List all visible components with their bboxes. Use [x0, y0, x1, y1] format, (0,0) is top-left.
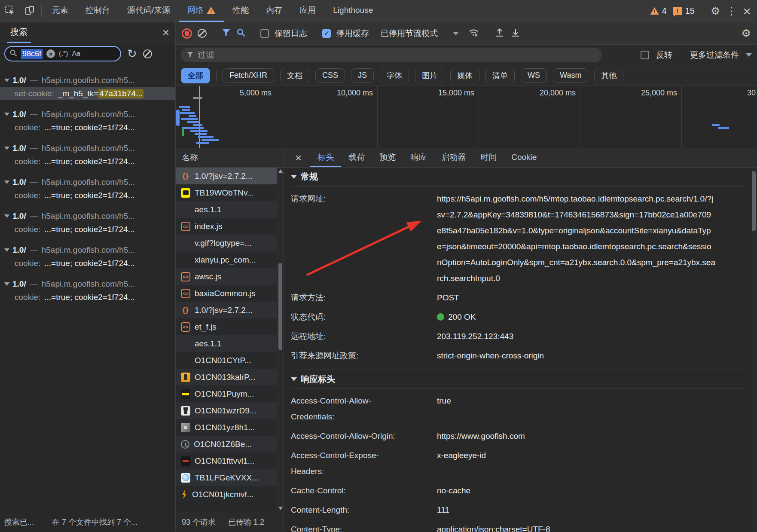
request-row[interactable]: O1CN01Z6Be...: [176, 436, 284, 453]
disable-cache-checkbox[interactable]: [322, 29, 331, 38]
devtools-tab[interactable]: 网络!: [179, 0, 224, 22]
kebab-menu-icon[interactable]: ⋮: [726, 6, 737, 16]
timeline-selection-handle[interactable]: [176, 110, 180, 126]
refresh-search-icon[interactable]: ↻: [127, 48, 137, 60]
request-row[interactable]: aes.1.1: [176, 201, 284, 218]
request-row[interactable]: TB1LFGeKVXX...: [176, 469, 284, 486]
search-match-row[interactable]: cookie:...=true; cookie2=1f724...: [0, 155, 175, 168]
more-filters-caret-icon[interactable]: [746, 53, 752, 57]
request-row[interactable]: O1CN01fttvvl1...: [176, 453, 284, 469]
invert-filter-checkbox[interactable]: [641, 51, 649, 59]
close-search-drawer-icon[interactable]: ×: [162, 27, 169, 39]
search-result-file-row[interactable]: 1.0/—h5api.m.goofish.com/h5...: [0, 277, 175, 290]
type-filter-chip[interactable]: 全部: [181, 68, 210, 83]
type-filter-chip[interactable]: 字体: [380, 68, 409, 83]
details-tab-载荷[interactable]: 载荷: [341, 148, 372, 167]
disable-cache-label[interactable]: 停用缓存: [336, 28, 369, 39]
search-result-file-row[interactable]: 1.0/—h5api.m.goofish.com/h5...: [0, 209, 175, 223]
network-conditions-icon[interactable]: [468, 27, 479, 40]
request-row[interactable]: O1CN01jkcmvf...: [176, 486, 284, 503]
request-row[interactable]: <>baxiaCommon.js: [176, 285, 284, 302]
network-filter-input[interactable]: 过滤: [181, 48, 602, 62]
request-row[interactable]: v.gif?logtype=...: [176, 235, 284, 251]
more-filters-button[interactable]: 更多过滤条件: [690, 49, 739, 61]
request-row[interactable]: aes.1.1: [176, 335, 284, 352]
network-settings-gear-icon[interactable]: ⚙: [742, 28, 751, 39]
details-tab-响应[interactable]: 响应: [403, 148, 434, 167]
record-network-log-button[interactable]: [182, 28, 192, 39]
search-result-file-row[interactable]: 1.0/—h5api.m.goofish.com/h5...: [0, 107, 175, 121]
response-headers-section-header[interactable]: 响应标头: [291, 370, 744, 388]
search-match-row[interactable]: cookie:...=true; cookie2=1f724...: [0, 189, 175, 202]
devtools-tab[interactable]: 应用: [291, 0, 324, 22]
request-row[interactable]: {}1.0/?jsv=2.7.2...: [176, 302, 284, 318]
filter-funnel-icon[interactable]: [222, 28, 231, 38]
close-details-icon[interactable]: ×: [284, 148, 310, 167]
type-filter-chip[interactable]: 文档: [280, 68, 309, 83]
request-row[interactable]: <>index.js: [176, 218, 284, 235]
request-row[interactable]: O1CN01CYtP...: [176, 352, 284, 369]
type-filter-chip[interactable]: WS: [521, 68, 547, 83]
search-match-row[interactable]: set-cookie:_m_h5_tk=47a31b74...: [0, 87, 175, 100]
devtools-tab[interactable]: 源代码/来源: [119, 0, 179, 22]
name-column-header[interactable]: 名称: [176, 148, 284, 168]
regex-toggle[interactable]: (.*): [59, 50, 68, 58]
import-har-icon[interactable]: [494, 28, 505, 40]
clear-network-log-icon[interactable]: [198, 29, 207, 38]
details-tab-预览[interactable]: 预览: [372, 148, 403, 167]
preserve-log-label[interactable]: 保留日志: [275, 28, 307, 39]
clear-search-icon[interactable]: ×: [46, 49, 55, 58]
search-match-row[interactable]: cookie:...=true; cookie2=1f724...: [0, 121, 175, 134]
scroll-down-icon[interactable]: [278, 507, 283, 510]
scrollbar-thumb[interactable]: [278, 263, 282, 350]
devtools-tab[interactable]: 控制台: [77, 0, 119, 22]
request-row[interactable]: <>awsc.js: [176, 268, 284, 285]
search-result-file-row[interactable]: 1.0/—h5api.m.goofish.com/h5...: [0, 141, 175, 155]
details-scrollbar[interactable]: [751, 168, 757, 532]
type-filter-chip[interactable]: CSS: [315, 68, 345, 83]
close-devtools-icon[interactable]: ×: [743, 4, 751, 18]
type-filter-chip[interactable]: Fetch/XHR: [223, 68, 274, 83]
device-toolbar-button[interactable]: [20, 0, 40, 22]
warnings-badge[interactable]: ! 4: [650, 6, 667, 16]
search-input[interactable]: 98c6f × (.*) Aa: [4, 46, 121, 61]
search-result-file-row[interactable]: 1.0/—h5api.m.goofish.com/h5...: [0, 73, 175, 87]
request-row[interactable]: TB19WObTNv...: [176, 184, 284, 201]
type-filter-chip[interactable]: 图片: [415, 68, 444, 83]
devtools-tab[interactable]: 内存: [257, 0, 291, 22]
type-filter-chip[interactable]: 清单: [485, 68, 515, 83]
request-row[interactable]: {}1.0/?jsv=2.7.2...: [176, 168, 284, 184]
request-row[interactable]: O1CN013kalrP...: [176, 369, 284, 385]
clear-search-results-icon[interactable]: [143, 49, 152, 58]
search-network-icon[interactable]: [236, 28, 245, 39]
request-row[interactable]: O1CN01Puym...: [176, 385, 284, 402]
request-row[interactable]: O1CN01wzrD9...: [176, 402, 284, 419]
details-tab-标头[interactable]: 标头: [310, 148, 341, 167]
type-filter-chip[interactable]: Wasm: [553, 68, 588, 83]
details-tab-时间[interactable]: 时间: [473, 148, 504, 167]
general-section-header[interactable]: 常规: [291, 168, 744, 187]
invert-filter-label[interactable]: 反转: [656, 49, 672, 61]
export-har-icon[interactable]: [510, 28, 521, 40]
search-match-row[interactable]: cookie:...=true; cookie2=1f724...: [0, 257, 175, 270]
settings-gear-icon[interactable]: ⚙: [711, 6, 720, 16]
devtools-tab[interactable]: 元素: [43, 0, 77, 22]
request-list-scrollbar[interactable]: [277, 168, 284, 512]
scroll-up-icon[interactable]: [278, 169, 283, 173]
request-row[interactable]: O1CN01yz8h1...: [176, 419, 284, 436]
scrollbar-thumb[interactable]: [752, 171, 756, 231]
network-overview-timeline[interactable]: 5,000 ms10,000 ms15,000 ms20,000 ms25,00…: [176, 86, 757, 148]
devtools-tab[interactable]: Lighthouse: [324, 0, 382, 22]
search-match-row[interactable]: cookie:...=true; cookie2=1f724...: [0, 290, 175, 304]
issues-badge[interactable]: ! 15: [673, 6, 695, 16]
throttling-select[interactable]: 已停用节流模式: [381, 28, 438, 39]
type-filter-chip[interactable]: 其他: [594, 68, 623, 83]
details-tab-启动器[interactable]: 启动器: [434, 148, 473, 167]
search-result-file-row[interactable]: 1.0/—h5api.m.goofish.com/h5...: [0, 175, 175, 189]
inspect-element-button[interactable]: [0, 0, 20, 22]
preserve-log-checkbox[interactable]: [260, 29, 269, 38]
throttling-caret-icon[interactable]: [453, 32, 459, 35]
details-tab-Cookie[interactable]: Cookie: [504, 148, 544, 167]
tab-search[interactable]: 搜索: [7, 22, 31, 43]
request-row[interactable]: xianyu.pc_com...: [176, 251, 284, 268]
